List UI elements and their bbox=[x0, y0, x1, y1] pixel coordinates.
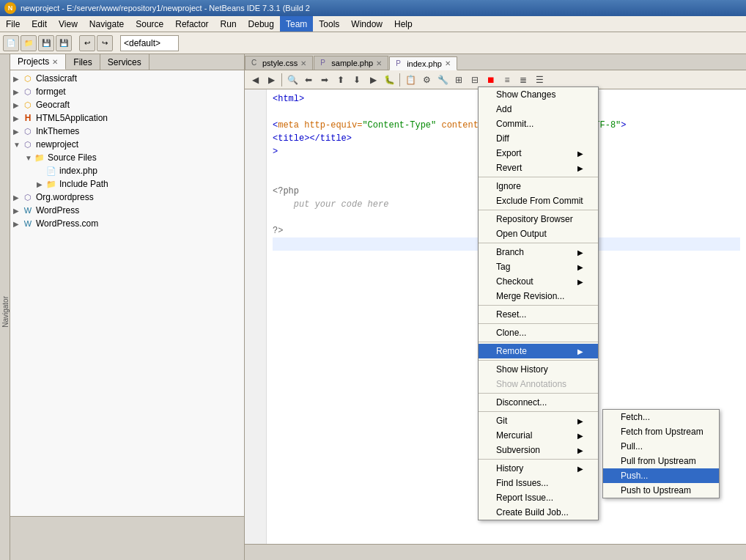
menu-tools[interactable]: Tools bbox=[313, 16, 345, 32]
menu-create-build-job[interactable]: Create Build Job... bbox=[479, 505, 598, 520]
menu-clone[interactable]: Clone... bbox=[479, 325, 598, 340]
tree-item-wordpresscom[interactable]: ▶ W WordPress.com bbox=[12, 217, 243, 230]
menu-debug[interactable]: Debug bbox=[243, 16, 280, 32]
extra-btn2[interactable]: ⚙ bbox=[419, 73, 434, 87]
tree-item-classicraft[interactable]: ▶ ⬡ Classicraft bbox=[12, 72, 243, 85]
tree-item-includepath[interactable]: ▶ 📁 Include Path bbox=[35, 177, 243, 191]
tab-projects[interactable]: Projects ✕ bbox=[10, 54, 66, 70]
menu-mercurial[interactable]: Mercurial ▶ bbox=[479, 428, 598, 443]
menu-tag[interactable]: Tag ▶ bbox=[479, 259, 598, 274]
menu-export[interactable]: Export ▶ bbox=[479, 146, 598, 161]
open-project-btn[interactable]: 📁 bbox=[21, 35, 37, 51]
run-btn[interactable]: ▶ bbox=[366, 73, 380, 87]
menu-file[interactable]: File bbox=[0, 16, 26, 32]
menu-navigate[interactable]: Navigate bbox=[84, 16, 130, 32]
menu-disconnect[interactable]: Disconnect... bbox=[479, 395, 598, 410]
menu-show-annotations[interactable]: Show Annotations bbox=[479, 377, 598, 391]
save-btn[interactable]: 💾 bbox=[38, 35, 54, 51]
menu-remote[interactable]: Remote ▶ bbox=[479, 344, 598, 358]
nav-btn4[interactable]: ⬇ bbox=[350, 73, 364, 87]
menu-show-history[interactable]: Show History bbox=[479, 362, 598, 377]
menu-branch[interactable]: Branch ▶ bbox=[479, 245, 598, 259]
extra-btn5[interactable]: ⊟ bbox=[468, 73, 482, 87]
expand-wordpresscom[interactable]: ▶ bbox=[13, 220, 22, 228]
tree-item-sourcefiles[interactable]: ▼ 📁 Source Files bbox=[23, 151, 243, 164]
extra-btn1[interactable]: 📋 bbox=[403, 73, 418, 87]
menu-commit[interactable]: Commit... bbox=[479, 117, 598, 131]
expand-wordpress[interactable]: ▶ bbox=[13, 207, 22, 215]
remote-push[interactable]: Push... bbox=[603, 468, 719, 483]
menu-add[interactable]: Add bbox=[479, 102, 598, 117]
menu-checkout[interactable]: Checkout ▶ bbox=[479, 274, 598, 289]
tree-item-orgwp[interactable]: ▶ ⬡ Org.wordpress bbox=[12, 191, 243, 204]
expand-classicraft[interactable]: ▶ bbox=[13, 75, 22, 83]
menu-ignore[interactable]: Ignore bbox=[479, 179, 598, 194]
nav-btn2[interactable]: ➡ bbox=[317, 73, 332, 87]
menu-revert[interactable]: Revert ▶ bbox=[479, 161, 598, 175]
zoom-in-btn[interactable]: 🔍 bbox=[285, 73, 300, 87]
tab-services[interactable]: Services bbox=[100, 54, 149, 70]
menu-window[interactable]: Window bbox=[345, 16, 388, 32]
forward-btn[interactable]: ▶ bbox=[264, 73, 278, 87]
nav-btn1[interactable]: ⬅ bbox=[301, 73, 316, 87]
extra-btn8[interactable]: ☰ bbox=[532, 73, 547, 87]
expand-orgwp[interactable]: ▶ bbox=[13, 194, 22, 202]
save-all-btn[interactable]: 💾 bbox=[56, 35, 72, 51]
remote-fetch[interactable]: Fetch... bbox=[603, 410, 719, 424]
nav-btn3[interactable]: ⬆ bbox=[333, 73, 348, 87]
tree-item-wordpress[interactable]: ▶ W WordPress bbox=[12, 204, 243, 217]
extra-btn4[interactable]: ⊞ bbox=[451, 73, 466, 87]
extra-btn7[interactable]: ≣ bbox=[516, 73, 531, 87]
tree-item-geocraft[interactable]: ▶ ⬡ Geocraft bbox=[12, 98, 243, 111]
menu-find-issues[interactable]: Find Issues... bbox=[479, 476, 598, 490]
remote-fetch-upstream[interactable]: Fetch from Upstream bbox=[603, 424, 719, 439]
menu-git[interactable]: Git ▶ bbox=[479, 413, 598, 428]
menu-report-issue[interactable]: Report Issue... bbox=[479, 490, 598, 505]
expand-geocraft[interactable]: ▶ bbox=[13, 101, 22, 109]
menu-exclude-from-commit[interactable]: Exclude From Commit bbox=[479, 194, 598, 208]
menu-repository-browser[interactable]: Repository Browser bbox=[479, 212, 598, 226]
menu-view[interactable]: View bbox=[53, 16, 84, 32]
expand-inkthemes[interactable]: ▶ bbox=[13, 128, 22, 136]
extra-btn6[interactable]: ≡ bbox=[500, 73, 514, 87]
menu-diff[interactable]: Diff bbox=[479, 131, 598, 146]
tab-pstyle-css[interactable]: C pstyle.css ✕ bbox=[245, 56, 313, 70]
expand-sourcefiles[interactable]: ▼ bbox=[25, 154, 34, 162]
extra-btn3[interactable]: 🔧 bbox=[435, 73, 450, 87]
menu-history[interactable]: History ▶ bbox=[479, 461, 598, 476]
tree-item-formget[interactable]: ▶ ⬡ formget bbox=[12, 85, 243, 98]
menu-subversion[interactable]: Subversion ▶ bbox=[479, 443, 598, 457]
remote-pull[interactable]: Pull... bbox=[603, 439, 719, 454]
tab-index-php[interactable]: P index.php ✕ bbox=[389, 56, 457, 70]
tab-sample-php[interactable]: P sample.php ✕ bbox=[314, 56, 388, 70]
undo-btn[interactable]: ↩ bbox=[79, 35, 95, 51]
close-index[interactable]: ✕ bbox=[445, 59, 451, 67]
expand-includepath[interactable]: ▶ bbox=[37, 180, 45, 188]
new-project-btn[interactable]: 📄 bbox=[3, 35, 19, 51]
close-sample[interactable]: ✕ bbox=[376, 59, 382, 67]
back-btn[interactable]: ◀ bbox=[248, 73, 262, 87]
menu-reset[interactable]: Reset... bbox=[479, 307, 598, 322]
tab-projects-close[interactable]: ✕ bbox=[52, 58, 58, 66]
menu-team[interactable]: Team bbox=[280, 16, 313, 32]
remote-push-upstream[interactable]: Push to Upstream bbox=[603, 483, 719, 498]
expand-html5app[interactable]: ▶ bbox=[13, 114, 22, 122]
menu-show-changes[interactable]: Show Changes bbox=[479, 87, 598, 102]
menu-open-output[interactable]: Open Output bbox=[479, 226, 598, 241]
tree-item-html5app[interactable]: ▶ H HTML5Application bbox=[12, 111, 243, 125]
debug-btn[interactable]: 🐛 bbox=[382, 73, 396, 87]
close-pstyle[interactable]: ✕ bbox=[300, 59, 306, 67]
menu-run[interactable]: Run bbox=[215, 16, 243, 32]
menu-merge-revision[interactable]: Merge Revision... bbox=[479, 289, 598, 303]
remote-pull-upstream[interactable]: Pull from Upstream bbox=[603, 454, 719, 468]
tree-item-newproject[interactable]: ▼ ⬡ newproject bbox=[12, 138, 243, 151]
menu-edit[interactable]: Edit bbox=[26, 16, 53, 32]
menu-source[interactable]: Source bbox=[130, 16, 169, 32]
menu-refactor[interactable]: Refactor bbox=[169, 16, 214, 32]
expand-formget[interactable]: ▶ bbox=[13, 88, 22, 96]
tree-item-inkthemes[interactable]: ▶ ⬡ InkThemes bbox=[12, 125, 243, 138]
redo-btn[interactable]: ↪ bbox=[97, 35, 113, 51]
menu-help[interactable]: Help bbox=[388, 16, 418, 32]
stop-btn[interactable]: ⏹ bbox=[484, 73, 498, 87]
tree-item-indexphp[interactable]: 📄 index.php bbox=[35, 164, 243, 177]
